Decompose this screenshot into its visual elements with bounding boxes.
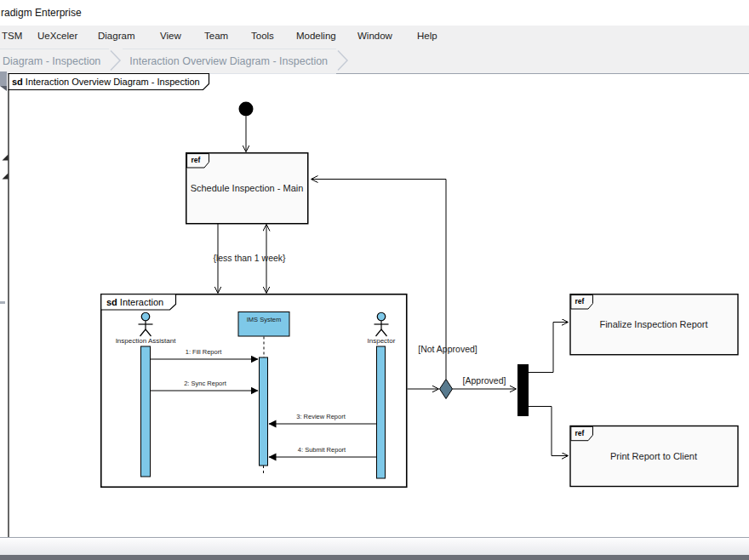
message-label-3[interactable]: 3: Review Report xyxy=(296,413,346,420)
fork-bar[interactable] xyxy=(517,364,529,416)
ref-keyword: ref xyxy=(575,297,585,306)
guard-approved[interactable]: [Approved] xyxy=(463,375,506,386)
schedule-ref-label: Schedule Inspection - Main xyxy=(191,183,304,193)
print-ref-label: Print Report to Client xyxy=(610,451,697,461)
edge-fork-to-print[interactable] xyxy=(529,407,568,456)
offscreen-marker-icon xyxy=(0,301,5,304)
ims-system-label: IMS System xyxy=(247,316,281,323)
offscreen-marker-icon xyxy=(3,155,9,161)
duration-constraint-label[interactable]: {less than 1 week} xyxy=(213,253,285,263)
ref-keyword: ref xyxy=(192,156,201,164)
initial-node[interactable] xyxy=(239,102,254,117)
ref-keyword: ref xyxy=(575,429,585,437)
actor-inspection-assistant[interactable] xyxy=(139,312,153,336)
actor-label-inspection-assistant: Inspection Assistant xyxy=(116,337,176,345)
activation-inspector[interactable] xyxy=(377,346,386,478)
activation-ims-system[interactable] xyxy=(260,357,268,466)
panel-corner-arrow-icon xyxy=(0,86,7,91)
message-label-2[interactable]: 2: Sync Report xyxy=(184,380,226,387)
frame-keyword: sd xyxy=(12,77,23,87)
activation-inspection-assistant[interactable] xyxy=(141,346,151,477)
decision-node[interactable] xyxy=(440,380,453,399)
panel-corner-handle xyxy=(0,71,7,86)
finalize-ref-label: Finalize Inspection Report xyxy=(599,319,707,329)
message-label-4[interactable]: 4: Submit Report xyxy=(298,446,346,454)
guard-not-approved[interactable]: [Not Approved] xyxy=(418,344,477,354)
actor-label-inspector: Inspector xyxy=(368,337,396,345)
interaction-frame-title: sdInteraction xyxy=(106,297,163,307)
interaction-keyword: sd xyxy=(106,297,117,307)
edge-fork-to-finalize[interactable] xyxy=(529,323,568,373)
diagram-frame-title: sdInteraction Overview Diagram - Inspect… xyxy=(12,77,200,87)
visual-paradigm-window: radigm Enterprise TSM UeXceler Diagram V… xyxy=(0,0,749,560)
offscreen-marker-icon xyxy=(3,174,9,180)
message-label-1[interactable]: 1: Fill Report xyxy=(186,348,222,356)
actor-inspector[interactable] xyxy=(374,312,389,336)
